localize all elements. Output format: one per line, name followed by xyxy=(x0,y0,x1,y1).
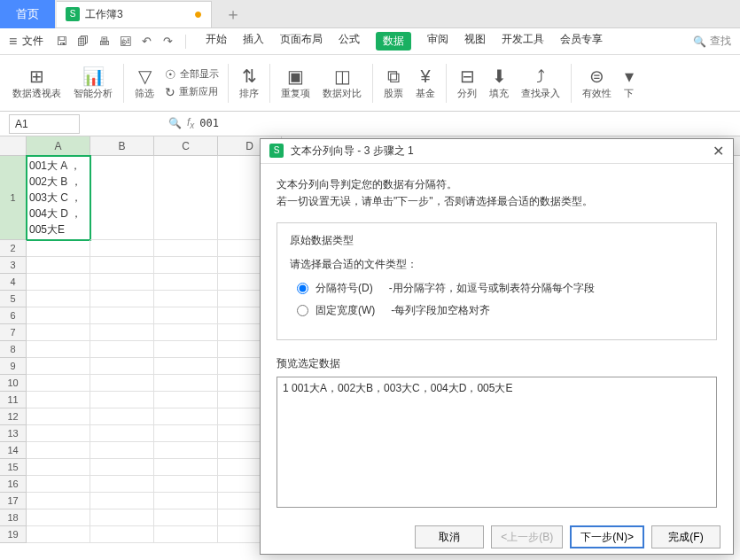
redo-icon[interactable]: ↷ xyxy=(159,33,176,51)
cell[interactable] xyxy=(154,156,218,240)
cell[interactable] xyxy=(27,408,90,425)
smart-analysis-button[interactable]: 📊 智能分析 xyxy=(68,58,118,109)
cell[interactable] xyxy=(90,358,154,375)
validate-button[interactable]: ⊜ 有效性 xyxy=(577,58,617,109)
cell[interactable] xyxy=(27,291,90,307)
cell[interactable] xyxy=(27,358,90,375)
show-all-button[interactable]: ☉全部显示 xyxy=(165,67,219,82)
dialog-titlebar[interactable]: S 文本分列向导 - 3 步骤之 1 ✕ xyxy=(261,139,733,164)
radio-fixed-input[interactable] xyxy=(297,305,308,316)
cell[interactable] xyxy=(27,425,90,442)
cell[interactable] xyxy=(154,509,218,526)
cell[interactable] xyxy=(90,425,154,442)
cell[interactable] xyxy=(90,341,154,358)
finish-button[interactable]: 完成(F) xyxy=(651,525,721,548)
cell[interactable] xyxy=(27,459,90,476)
undo-icon[interactable]: ↶ xyxy=(137,33,155,51)
cell[interactable] xyxy=(90,493,154,509)
row-header[interactable]: 3 xyxy=(0,257,27,274)
fill-button[interactable]: ⬇ 填充 xyxy=(484,58,514,109)
cell[interactable] xyxy=(27,341,90,358)
cell[interactable] xyxy=(154,408,218,425)
duplicates-button[interactable]: ▣ 重复项 xyxy=(276,58,315,109)
row-header[interactable]: 11 xyxy=(0,392,27,408)
cell[interactable] xyxy=(90,476,154,493)
sort-button[interactable]: ⇅ 排序 xyxy=(234,58,264,109)
cell[interactable] xyxy=(154,257,218,274)
row-header[interactable]: 14 xyxy=(0,442,27,459)
radio-delimited-input[interactable] xyxy=(297,283,308,294)
cell[interactable] xyxy=(90,324,154,341)
formula-value[interactable]: 001 xyxy=(199,117,219,129)
cell[interactable] xyxy=(90,274,154,291)
col-header-a[interactable]: A xyxy=(27,136,90,155)
tab-insert[interactable]: 插入 xyxy=(243,32,264,51)
save-as-icon[interactable]: 🗐 xyxy=(74,33,91,51)
cell[interactable] xyxy=(90,459,154,476)
row-header[interactable]: 18 xyxy=(0,509,27,526)
cell[interactable] xyxy=(154,526,218,543)
tab-data[interactable]: 数据 xyxy=(376,32,411,51)
cell[interactable] xyxy=(90,307,154,324)
pivot-button[interactable]: ⊞ 数据透视表 xyxy=(7,58,66,109)
row-header[interactable]: 17 xyxy=(0,493,27,509)
cell[interactable] xyxy=(154,341,218,358)
next-button[interactable]: 下一步(N)> xyxy=(570,525,644,548)
row-header[interactable]: 8 xyxy=(0,341,27,358)
radio-fixed-width[interactable]: 固定宽度(W) -每列字段加空格对齐 xyxy=(297,303,704,318)
save-icon[interactable]: 🖫 xyxy=(52,33,70,51)
row-header[interactable]: 16 xyxy=(0,476,27,493)
cell[interactable] xyxy=(27,493,90,509)
cell[interactable] xyxy=(90,442,154,459)
tab-member[interactable]: 会员专享 xyxy=(560,32,603,51)
dropdown-button[interactable]: ▾ 下 xyxy=(619,58,639,109)
filter-button[interactable]: ▽ 筛选 xyxy=(129,58,160,109)
cell[interactable] xyxy=(90,257,154,274)
lookup-button[interactable]: ⤴ 查找录入 xyxy=(516,58,565,109)
split-button[interactable]: ⊟ 分列 xyxy=(452,58,482,109)
cell[interactable] xyxy=(90,509,154,526)
close-button[interactable]: ✕ xyxy=(713,143,724,159)
row-header[interactable]: 4 xyxy=(0,274,27,291)
col-header-c[interactable]: C xyxy=(154,136,218,155)
cell[interactable] xyxy=(154,291,218,307)
cell[interactable] xyxy=(27,257,90,274)
cancel-button[interactable]: 取消 xyxy=(415,525,484,548)
hamburger-icon[interactable]: ≡ xyxy=(9,34,17,50)
compare-button[interactable]: ◫ 数据对比 xyxy=(317,58,367,109)
cell[interactable] xyxy=(27,324,90,341)
search-box[interactable]: 🔍 查找 xyxy=(693,34,731,49)
tab-formula[interactable]: 公式 xyxy=(339,32,360,51)
print-preview-icon[interactable]: 🗟 xyxy=(116,33,134,51)
cell[interactable] xyxy=(90,291,154,307)
cell[interactable] xyxy=(154,274,218,291)
cell[interactable] xyxy=(154,476,218,493)
cell[interactable] xyxy=(154,240,218,257)
tab-home[interactable]: 首页 xyxy=(0,0,55,28)
row-header[interactable]: 1 xyxy=(0,156,27,240)
cell[interactable] xyxy=(154,425,218,442)
tab-dev[interactable]: 开发工具 xyxy=(502,32,544,51)
row-header[interactable]: 7 xyxy=(0,324,27,341)
file-menu[interactable]: 文件 xyxy=(22,34,43,49)
cell[interactable] xyxy=(27,526,90,543)
fund-button[interactable]: ¥ 基金 xyxy=(410,58,440,109)
row-header[interactable]: 9 xyxy=(0,358,27,375)
cell[interactable] xyxy=(154,392,218,408)
row-header[interactable]: 2 xyxy=(0,240,27,257)
cell[interactable] xyxy=(154,324,218,341)
tab-review[interactable]: 审阅 xyxy=(427,32,448,51)
cell[interactable] xyxy=(27,375,90,392)
cell[interactable] xyxy=(90,392,154,408)
cell[interactable] xyxy=(154,459,218,476)
cell[interactable] xyxy=(154,493,218,509)
col-header-b[interactable]: B xyxy=(90,136,154,155)
cell[interactable] xyxy=(27,509,90,526)
cell[interactable] xyxy=(90,408,154,425)
tab-layout[interactable]: 页面布局 xyxy=(280,32,323,51)
cell[interactable] xyxy=(27,240,90,257)
cell[interactable] xyxy=(27,392,90,408)
fx-icon[interactable]: fx xyxy=(187,116,194,130)
search-fx-icon[interactable]: 🔍 xyxy=(168,117,182,129)
cell[interactable] xyxy=(90,526,154,543)
